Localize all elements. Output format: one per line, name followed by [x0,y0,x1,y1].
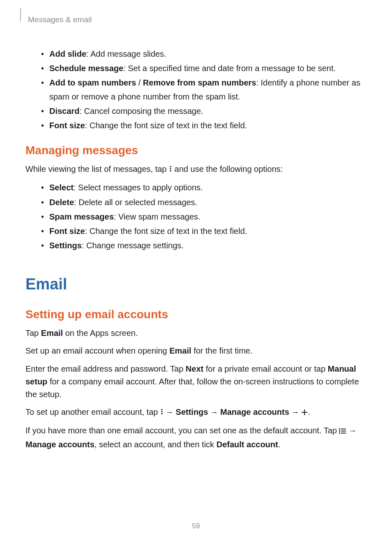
list-item: Font size: Change the font size of text … [40,224,367,238]
email-p3: Enter the email address and password. Ta… [25,363,367,401]
p5-a: If you have more than one email account,… [25,426,339,435]
svg-rect-1 [170,168,171,169]
p5-bold2: Default account [217,440,278,449]
more-icon [160,406,164,419]
svg-rect-12 [339,432,340,434]
heading-email: Email [25,275,367,293]
item-text: : Select messages to apply options. [74,183,203,192]
p4-a: To set up another email account, tap [25,407,160,416]
email-p5: If you have more than one email account,… [25,424,367,451]
item-text: : Delete all or selected messages. [74,198,197,207]
plus-icon [301,407,308,419]
list-item: Add slide: Add message slides. [40,47,367,61]
intro-before: While viewing the list of messages, tap [25,164,169,173]
p1-before: Tap [25,328,41,338]
p5-bold1: Manage accounts [25,440,95,449]
p3-b: for a private email account or tap [203,364,327,373]
item-bold: Add slide [49,49,86,58]
item-bold: Settings [49,241,82,250]
svg-rect-5 [161,413,162,414]
p3-bold1: Next [186,364,203,373]
item-text: : Set a specified time and date from a m… [123,64,336,73]
p4-period: . [308,407,310,416]
options-list-1: Add slide: Add message slides. Schedule … [40,47,367,132]
email-p1: Tap Email on the Apps screen. [25,327,367,340]
p2-after: for the first time. [191,346,253,355]
list-item: Delete: Delete all or selected messages. [40,196,367,209]
item-bold: Discard [49,106,79,116]
list-item: Discard: Cancel composing the message. [40,104,367,118]
p3-a: Enter the email address and password. Ta… [25,364,186,373]
arrow: → [208,408,220,416]
item-bold: Font size [49,227,85,236]
list-item: Spam messages: View spam messages. [40,210,367,224]
intro-after: and use the following options: [172,164,283,173]
svg-rect-2 [170,170,171,171]
svg-rect-13 [341,433,346,434]
svg-rect-9 [341,429,346,430]
svg-rect-3 [161,409,162,410]
menu-icon [339,425,346,438]
p5-period: . [278,440,281,449]
item-slash: / [136,78,143,87]
page-number: 59 [0,522,392,530]
heading-setting-up: Setting up email accounts [25,308,367,321]
email-p4: To set up another email account, tap → S… [25,406,367,419]
item-bold: Add to spam numbers [49,78,136,87]
item-text: : Change the font size of text in the te… [85,227,247,236]
item-text: : Add message slides. [86,49,166,58]
email-p2: Set up an email account when opening Ema… [25,345,367,357]
arrow: → [346,426,356,435]
more-icon [169,163,172,176]
item-bold2: Remove from spam numbers [143,78,256,87]
arrow: → [289,408,302,416]
item-bold: Schedule message [49,64,123,73]
p4-bold1: Settings [176,407,208,416]
svg-rect-11 [341,431,346,432]
list-item: Settings: Change message settings. [40,239,367,252]
svg-rect-0 [170,166,171,167]
list-item: Select: Select messages to apply options… [40,181,367,194]
item-bold: Select [49,183,74,192]
options-list-2: Select: Select messages to apply options… [40,181,367,252]
p2-before: Set up an email account when opening [25,346,169,355]
list-item: Font size: Change the font size of text … [40,119,367,132]
item-text: : Change message settings. [82,241,184,250]
p5-b: , select an account, and then tick [95,440,217,449]
item-bold: Delete [49,198,74,207]
list-item: Add to spam numbers / Remove from spam n… [40,76,367,103]
svg-rect-10 [339,430,340,432]
p3-c: for a company email account. After that,… [25,377,359,399]
p4-bold2: Manage accounts [220,407,289,416]
item-bold: Spam messages [49,212,114,221]
arrow: → [164,408,176,416]
p1-bold: Email [41,328,63,338]
item-bold: Font size [49,121,85,130]
item-text: : Cancel composing the message. [79,106,203,116]
svg-rect-4 [161,411,162,412]
list-item: Schedule message: Set a specified time a… [40,62,367,75]
heading-managing-messages: Managing messages [25,144,367,157]
managing-intro: While viewing the list of messages, tap … [25,163,367,176]
item-text: : Change the font size of text in the te… [85,121,247,130]
p1-after: on the Apps screen. [63,328,138,338]
svg-rect-7 [302,412,307,413]
item-text: : View spam messages. [114,212,201,221]
svg-rect-8 [339,428,340,430]
p2-bold: Email [169,346,191,355]
header-breadcrumb: Messages & email [28,15,367,24]
